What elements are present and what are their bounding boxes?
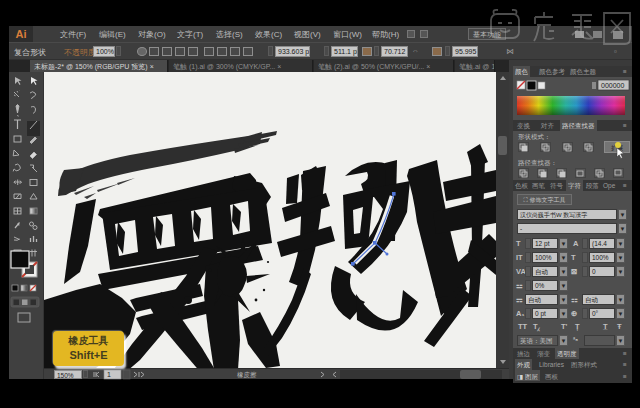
svg-text:橡皮擦: 橡皮擦: [237, 371, 257, 379]
svg-text:1: 1: [107, 371, 111, 378]
svg-text:000000: 000000: [601, 82, 624, 89]
